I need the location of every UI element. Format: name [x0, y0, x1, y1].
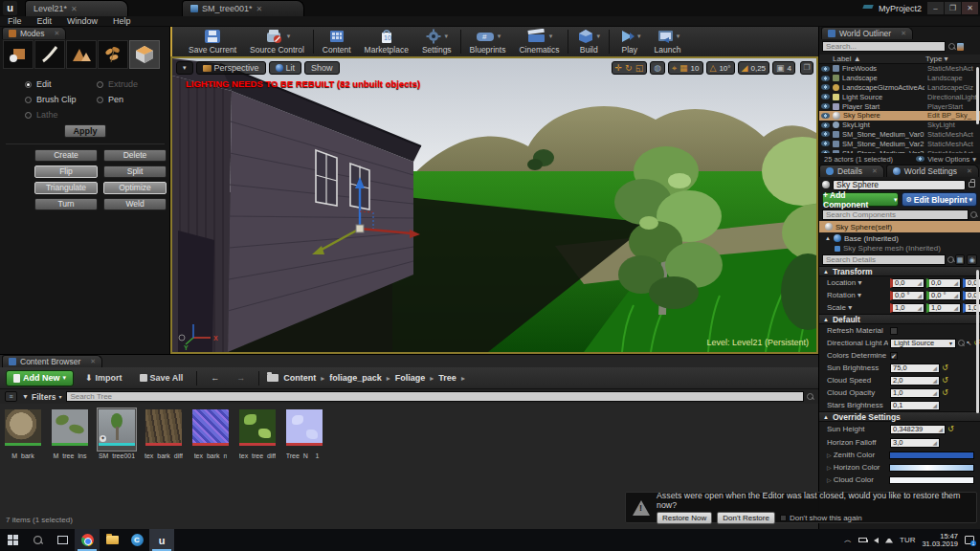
- reset-icon[interactable]: ↺: [947, 426, 954, 433]
- delete-button[interactable]: Delete: [103, 149, 167, 162]
- search-components-input[interactable]: [822, 209, 969, 220]
- scale-snap-value[interactable]: 0,25: [750, 64, 766, 73]
- mode-geometry-button[interactable]: [129, 40, 160, 69]
- outliner-row[interactable]: SM_Stone_Medium_Var01StaticMeshAct: [819, 130, 980, 140]
- component-self[interactable]: Sky Sphere(self): [819, 221, 980, 232]
- asset-sm-tree001-selected[interactable]: ✦ SM_tree001: [98, 408, 136, 459]
- launch-button[interactable]: ▾ Launch: [648, 27, 688, 56]
- property-label[interactable]: Cloud Color: [834, 475, 887, 484]
- angle-snap-icon[interactable]: △: [710, 62, 717, 74]
- import-button[interactable]: ⬇Import: [79, 370, 128, 386]
- content-browser-tab[interactable]: Content Browser ✕: [2, 355, 102, 367]
- language-indicator[interactable]: TUR: [900, 536, 915, 544]
- search-icon[interactable]: [958, 340, 964, 346]
- close-icon[interactable]: ✕: [967, 167, 972, 175]
- maximize-button[interactable]: ❐: [945, 2, 961, 14]
- asset-tree-n-1[interactable]: Tree_N__1_: [285, 408, 323, 459]
- filters-button[interactable]: ▼Filters▾: [22, 392, 61, 402]
- rotation-x-field[interactable]: 0,0 °◢: [890, 291, 924, 300]
- details-tab[interactable]: Details✕: [819, 165, 884, 177]
- cinematics-button[interactable]: ▾ Cinematics: [512, 27, 566, 56]
- location-y-field[interactable]: 0,0◢: [926, 278, 961, 288]
- visibility-eye-icon[interactable]: [821, 76, 830, 81]
- mode-place-button[interactable]: [3, 40, 33, 69]
- component-base[interactable]: ▲Base (Inherited): [819, 232, 980, 244]
- property-matrix-button[interactable]: ▦: [955, 254, 966, 265]
- column-type[interactable]: Type ▾: [925, 55, 980, 63]
- scrollbar[interactable]: [976, 67, 979, 124]
- dont-restore-button[interactable]: Don't Restore: [717, 512, 775, 524]
- asset-tex-bark-diff[interactable]: tex_bark_diff: [145, 408, 183, 459]
- blueprints-button[interactable]: #▾ Blueprints: [463, 27, 513, 56]
- angle-snap-value[interactable]: 10°: [719, 64, 730, 73]
- play-button[interactable]: ▾ Play: [612, 27, 648, 56]
- lock-icon[interactable]: [969, 182, 975, 187]
- show-button[interactable]: Show: [304, 61, 340, 75]
- property-label[interactable]: Location ▾: [827, 278, 888, 287]
- world-settings-tab[interactable]: World Settings✕: [886, 165, 979, 177]
- minimize-button[interactable]: –: [927, 2, 944, 14]
- viewport-options-button[interactable]: ▾: [176, 61, 193, 75]
- cloud-speed-field[interactable]: 2,0◢: [890, 376, 940, 386]
- weld-button[interactable]: Weld: [103, 198, 167, 210]
- flip-button[interactable]: Flip: [34, 165, 98, 178]
- save-current-button[interactable]: Save Current: [182, 27, 243, 56]
- outliner-row[interactable]: SM_Stone_Medium_Var2StaticMeshAct: [819, 139, 980, 148]
- radio-brush-clip[interactable]: Brush Clip: [25, 92, 97, 107]
- close-button[interactable]: ✕: [962, 2, 978, 14]
- save-all-button[interactable]: Save All: [134, 370, 189, 386]
- close-icon[interactable]: ✕: [901, 30, 906, 37]
- add-component-button[interactable]: + Add Component ▾: [822, 192, 899, 207]
- property-label[interactable]: Horizon Color: [834, 463, 887, 472]
- perspective-button[interactable]: Perspective: [196, 61, 266, 75]
- override-section-header[interactable]: ▲Override Settings: [819, 411, 980, 422]
- property-label[interactable]: Rotation ▾: [827, 291, 888, 299]
- viewport[interactable]: X Y ▾ Perspective Lit Show LIGHTING NEED…: [170, 56, 818, 354]
- asset-tab[interactable]: SM_tree001* ✕: [182, 0, 304, 16]
- radio-edit[interactable]: Edit: [25, 77, 97, 92]
- breadcrumb-content[interactable]: Content: [283, 373, 316, 383]
- battery-icon[interactable]: [858, 538, 867, 542]
- visibility-eye-icon[interactable]: [821, 103, 830, 109]
- visibility-eye-icon[interactable]: [821, 122, 830, 128]
- task-view-button[interactable]: [50, 529, 75, 551]
- radio-lathe[interactable]: Lathe: [25, 107, 97, 122]
- action-center-icon[interactable]: [965, 536, 974, 544]
- taskbar-search-button[interactable]: [25, 529, 50, 551]
- lit-button[interactable]: Lit: [269, 61, 302, 75]
- outliner-row[interactable]: Light SourceDirectionalLight: [819, 92, 980, 101]
- apply-button[interactable]: Apply: [64, 124, 106, 138]
- asset-m-tree-ins[interactable]: M_tree_Ins: [51, 408, 89, 459]
- scale-tool-icon[interactable]: ◱: [635, 62, 644, 74]
- property-label[interactable]: Scale ▾: [827, 303, 888, 312]
- visibility-eye-icon[interactable]: [821, 84, 830, 90]
- actor-name-field[interactable]: [833, 180, 966, 190]
- reset-icon[interactable]: ↺: [942, 377, 948, 385]
- explorer-taskbar-button[interactable]: [100, 529, 124, 551]
- grid-snap-icon[interactable]: ▦: [679, 62, 688, 74]
- epic-launcher-taskbar-button[interactable]: C: [124, 529, 149, 551]
- mode-landscape-button[interactable]: [66, 40, 97, 69]
- use-selected-icon[interactable]: ↖: [966, 340, 971, 347]
- scrollbar[interactable]: [976, 270, 979, 413]
- sun-brightness-field[interactable]: 75,0◢: [890, 364, 940, 373]
- speaker-icon[interactable]: [874, 538, 879, 543]
- visibility-eye-icon[interactable]: [821, 141, 830, 146]
- network-icon[interactable]: [885, 538, 893, 543]
- start-button[interactable]: [0, 529, 25, 551]
- reset-icon[interactable]: ↺: [942, 364, 948, 372]
- outliner-row[interactable]: SkyLightSkyLight: [819, 121, 980, 130]
- unreal-taskbar-button[interactable]: u: [149, 529, 174, 551]
- scale-y-field[interactable]: 1,0◢: [926, 303, 961, 313]
- location-x-field[interactable]: 0,0◢: [890, 278, 924, 288]
- close-icon[interactable]: ✕: [872, 167, 878, 175]
- create-button[interactable]: Create: [34, 149, 98, 162]
- refresh-material-checkbox[interactable]: [890, 327, 898, 335]
- dont-show-checkbox[interactable]: [780, 515, 787, 521]
- horizon-color-swatch[interactable]: [889, 464, 974, 472]
- cloud-opacity-field[interactable]: 1,0◢: [890, 388, 940, 398]
- outliner-row-selected[interactable]: Sky SphereEdit BP_Sky_: [819, 111, 980, 121]
- clock[interactable]: 15:47 31.03.2019: [922, 533, 958, 548]
- cloud-color-swatch[interactable]: [889, 476, 974, 484]
- surface-snap-icon[interactable]: ⌖: [672, 62, 677, 74]
